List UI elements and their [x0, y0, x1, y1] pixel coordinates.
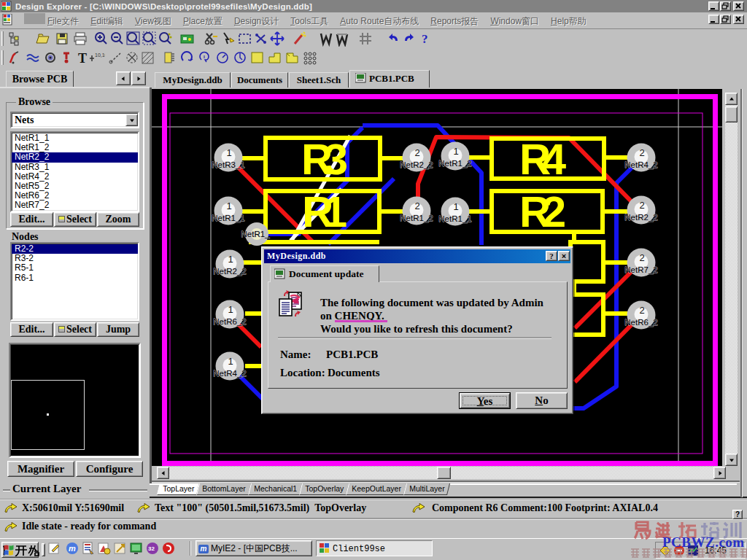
svg-text:NetR1_1: NetR1_1 [212, 214, 244, 222]
svg-text:32: 32 [148, 545, 155, 552]
svg-text:2: 2 [639, 305, 644, 316]
svg-text:2: 2 [639, 200, 644, 211]
svg-text:NetR1_1: NetR1_1 [438, 214, 471, 223]
svg-text:NetR1_: NetR1_ [241, 230, 271, 238]
svg-text:NetR6_2: NetR6_2 [213, 317, 246, 326]
svg-text:R1: R1 [302, 187, 347, 236]
svg-text:NetR2_2: NetR2_2 [400, 160, 433, 169]
svg-text:2: 2 [639, 147, 644, 158]
svg-text:?: ? [422, 32, 428, 46]
svg-text:m: m [69, 544, 76, 553]
svg-text:NetR1_2: NetR1_2 [438, 159, 471, 168]
svg-text:R4: R4 [519, 135, 567, 184]
svg-text:1: 1 [228, 304, 233, 315]
svg-text:2: 2 [639, 252, 644, 263]
svg-text:NetR2_2: NetR2_2 [213, 267, 246, 276]
svg-text:1: 1 [228, 356, 233, 367]
svg-text:2: 2 [414, 147, 419, 158]
svg-text:2: 2 [414, 201, 419, 211]
svg-text:PCBWZ.com: PCBWZ.com [662, 534, 745, 550]
svg-text:1: 1 [453, 201, 458, 212]
svg-text:NetR6_2: NetR6_2 [624, 318, 657, 327]
svg-text:1: 1 [226, 201, 231, 211]
svg-text:NetR4_2: NetR4_2 [213, 369, 246, 378]
svg-text:1: 1 [228, 254, 233, 265]
svg-text:NetR7_2: NetR7_2 [624, 265, 657, 274]
svg-text:NetR2_2: NetR2_2 [624, 213, 657, 222]
svg-text:T: T [78, 51, 87, 66]
svg-text:R2: R2 [519, 187, 566, 236]
svg-text:10,10: 10,10 [95, 52, 105, 58]
svg-text:1: 1 [226, 147, 231, 158]
svg-text:1: 1 [453, 146, 458, 157]
svg-text:NetR4_2: NetR4_2 [624, 160, 657, 169]
svg-text:NetR1_2: NetR1_2 [400, 214, 433, 222]
svg-text:NetR3_1: NetR3_1 [212, 160, 244, 169]
svg-text:R3: R3 [301, 135, 348, 184]
